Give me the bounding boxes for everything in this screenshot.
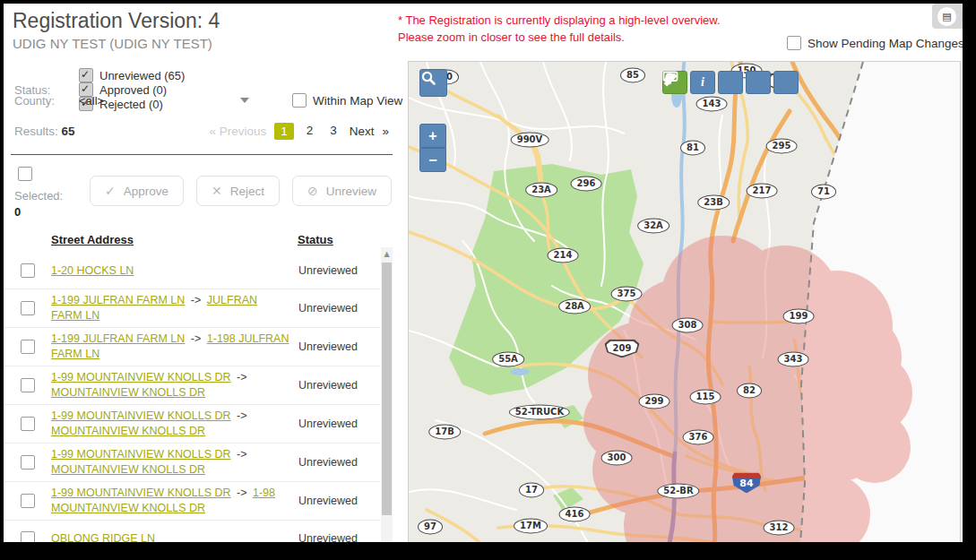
x-icon: ✕ <box>212 184 222 198</box>
registration-list: 1-20 HOCKS LNUnreviewed1-199 JULFRAN FAR… <box>4 253 380 542</box>
column-header-status[interactable]: Status <box>298 233 333 246</box>
results-count: 65 <box>62 125 75 138</box>
unreview-button[interactable]: ⊘Unreview <box>292 176 392 206</box>
street-address-link[interactable]: 1-99 MOUNTAINVIEW KNOLLS DR <box>51 371 231 383</box>
row-checkbox[interactable] <box>21 378 35 392</box>
results-label: Results: 65 <box>14 125 75 138</box>
address-separator: -> <box>234 371 247 383</box>
pagination: « Previous 123 Next » <box>209 123 389 140</box>
next-page-button[interactable]: Next <box>350 125 375 138</box>
table-row: OBLONG RIDGE LNUnreviewed <box>4 521 380 542</box>
route-shield-143: 143 <box>696 97 728 112</box>
approve-button-label: Approve <box>124 185 168 198</box>
zoom-out-button[interactable]: − <box>419 148 446 172</box>
zoom-in-button[interactable]: + <box>419 124 446 148</box>
route-shield-97: 97 <box>418 520 443 535</box>
action-buttons: ✓Approve✕Reject⊘Unreview <box>90 176 392 206</box>
show-pending-label: Show Pending Map Changes <box>808 37 963 50</box>
table-header: Street Address Status <box>4 233 380 253</box>
route-shield-17: 17 <box>519 483 544 498</box>
row-checkbox-cell <box>4 263 51 278</box>
street-address-cell: OBLONG RIDGE LN <box>51 531 291 543</box>
interstate-number: 84 <box>732 473 761 489</box>
select-all-checkbox[interactable] <box>18 167 32 181</box>
row-checkbox[interactable] <box>21 340 35 354</box>
street-address-link[interactable]: 1-199 JULFRAN FARM LN <box>51 332 185 345</box>
info-icon: i <box>701 75 704 90</box>
page-button-1[interactable]: 1 <box>274 123 294 140</box>
info-tool-button[interactable]: i <box>690 71 715 94</box>
page-title: Registration Version: 4 <box>13 9 220 33</box>
street-address-link[interactable]: 1-99 MOUNTAINVIEW KNOLLS DR <box>51 487 231 499</box>
route-shield-115: 115 <box>690 390 721 405</box>
row-checkbox[interactable] <box>21 455 35 470</box>
address-separator: -> <box>234 487 250 499</box>
street-address-link[interactable]: MOUNTAINVIEW KNOLLS DR <box>51 386 205 399</box>
route-shield-296: 296 <box>571 177 602 192</box>
page-subtitle: UDIG NY TEST (UDIG NY TEST) <box>13 36 212 51</box>
scroll-up-icon[interactable]: ▲ <box>381 247 393 260</box>
table-row: 1-99 MOUNTAINVIEW KNOLLS DR -> MOUNTAINV… <box>4 405 380 444</box>
street-address-link[interactable]: MOUNTAINVIEW KNOLLS DR <box>51 425 205 437</box>
app-window: Registration Version: 4 UDIG NY TEST (UD… <box>4 4 963 542</box>
route-shield-199: 199 <box>783 309 815 324</box>
column-header-street-address[interactable]: Street Address <box>51 233 134 246</box>
table-row: 1-99 MOUNTAINVIEW KNOLLS DR -> MOUNTAINV… <box>4 366 380 405</box>
street-address-link[interactable]: MOUNTAINVIEW KNOLLS DR <box>51 463 205 476</box>
street-address-cell: 1-99 MOUNTAINVIEW KNOLLS DR -> 1-98 MOUN… <box>51 486 291 516</box>
row-checkbox-cell <box>4 301 51 315</box>
route-shield-17B: 17B <box>428 425 461 440</box>
route-shield-32A: 32A <box>637 219 669 234</box>
street-address-link[interactable]: 1-199 JULFRAN FARM LN <box>51 294 185 306</box>
row-checkbox-cell <box>4 455 51 470</box>
street-address-link[interactable]: OBLONG RIDGE LN <box>51 532 155 543</box>
show-pending-checkbox[interactable] <box>787 36 801 50</box>
approve-button[interactable]: ✓Approve <box>90 176 184 206</box>
address-separator: -> <box>187 332 203 345</box>
route-shield-343: 343 <box>778 352 809 367</box>
route-shield-416: 416 <box>559 507 591 522</box>
page-button-3[interactable]: 3 <box>325 123 341 140</box>
pin-tool-button[interactable] <box>746 71 771 94</box>
row-status: Unreviewed <box>291 379 380 392</box>
route-shield-85: 85 <box>620 68 645 83</box>
page-button-2[interactable]: 2 <box>302 123 318 140</box>
list-scrollbar[interactable]: ▲ <box>381 247 393 542</box>
list-button[interactable]: ▤ List <box>932 4 963 29</box>
next-page-arrow[interactable]: » <box>382 125 389 138</box>
reject-button[interactable]: ✕Reject <box>196 176 280 206</box>
scrollbar-thumb[interactable] <box>382 263 392 515</box>
measure-tool-button[interactable] <box>718 71 743 94</box>
status-filter-checkbox[interactable] <box>79 68 93 82</box>
previous-page-button[interactable]: « Previous <box>209 125 266 138</box>
route-shield-55A: 55A <box>492 352 524 367</box>
panel-divider <box>11 154 393 155</box>
route-shield-990V: 990V <box>511 133 549 148</box>
map-canvas <box>409 62 960 542</box>
street-address-cell: 1-99 MOUNTAINVIEW KNOLLS DR -> MOUNTAINV… <box>51 447 291 478</box>
county-value: <all> <box>79 94 104 108</box>
row-checkbox[interactable] <box>21 263 35 278</box>
row-checkbox[interactable] <box>21 301 35 315</box>
navigate-tool-button[interactable] <box>773 71 799 94</box>
row-checkbox[interactable] <box>21 417 35 431</box>
row-checkbox[interactable] <box>21 494 35 508</box>
street-address-link[interactable]: 1-99 MOUNTAINVIEW KNOLLS DR <box>51 409 231 422</box>
street-address-link[interactable]: 1-99 MOUNTAINVIEW KNOLLS DR <box>51 448 231 461</box>
street-address-cell: 1-99 MOUNTAINVIEW KNOLLS DR -> MOUNTAINV… <box>51 370 291 401</box>
row-status: Unreviewed <box>291 264 380 277</box>
route-shield-217: 217 <box>747 184 778 199</box>
street-address-link[interactable]: 1-20 HOCKS LN <box>51 264 134 277</box>
route-shield-23B: 23B <box>697 195 730 211</box>
map-viewport[interactable]: 108515020143990V8129523A2962177123B32A21… <box>408 61 961 542</box>
county-select[interactable]: <all> <box>79 94 249 108</box>
within-map-view: Within Map View <box>292 93 402 108</box>
route-shield-299: 299 <box>639 394 670 409</box>
map-search-button[interactable] <box>419 69 447 97</box>
within-map-view-checkbox[interactable] <box>292 93 307 108</box>
reject-button-label: Reject <box>230 185 264 198</box>
county-label: County: <box>14 94 79 108</box>
row-status: Unreviewed <box>291 418 380 430</box>
slash-icon: ⊘ <box>307 184 318 198</box>
row-checkbox[interactable] <box>21 531 35 542</box>
